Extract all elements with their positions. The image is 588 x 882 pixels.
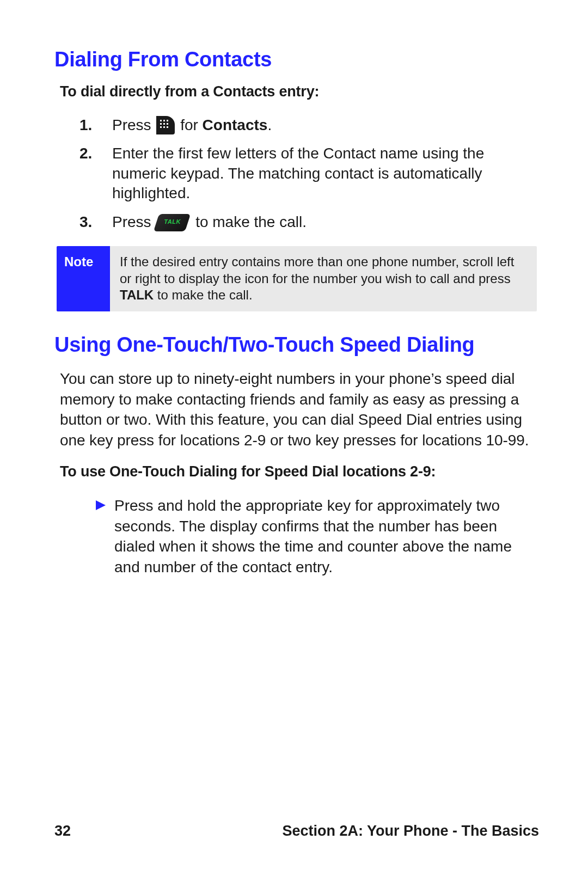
step-text: . xyxy=(267,117,272,133)
note-text: to make the call. xyxy=(154,287,252,302)
section-label: Section 2A: Your Phone - The Basics xyxy=(282,823,539,840)
note-body: If the desired entry contains more than … xyxy=(110,246,537,311)
speed-dial-intro: You can store up to ninety-eight numbers… xyxy=(60,369,539,450)
step-2: 2. Enter the first few letters of the Co… xyxy=(96,144,539,203)
subhead-dial-from-contacts: To dial directly from a Contacts entry: xyxy=(60,83,539,100)
step-text: to make the call. xyxy=(191,213,307,230)
step-number: 3. xyxy=(79,212,92,232)
step-3: 3. Press to make the call. xyxy=(96,212,539,232)
step-text: Enter the first few letters of the Conta… xyxy=(112,145,484,201)
subhead-one-touch: To use One-Touch Dialing for Speed Dial … xyxy=(60,463,539,480)
manual-page: Dialing From Contacts To dial directly f… xyxy=(0,0,588,882)
svg-marker-0 xyxy=(96,500,106,510)
step-text: Press xyxy=(112,213,155,230)
bullet-item: Press and hold the appropriate key for a… xyxy=(96,495,539,577)
step-number: 1. xyxy=(79,115,92,135)
note-bold: TALK xyxy=(120,287,154,302)
page-number: 32 xyxy=(54,823,71,840)
note-box: Note If the desired entry contains more … xyxy=(57,246,537,311)
step-number: 2. xyxy=(79,144,92,163)
heading-speed-dialing: Using One-Touch/Two-Touch Speed Dialing xyxy=(54,333,539,357)
triangle-bullet-icon xyxy=(96,495,106,577)
steps-list: 1. Press for Contacts. 2. Enter the firs… xyxy=(54,115,539,232)
note-text: If the desired entry contains more than … xyxy=(120,254,514,286)
bullet-text: Press and hold the appropriate key for a… xyxy=(114,495,539,577)
note-label: Note xyxy=(57,246,110,311)
step-text: Press xyxy=(112,117,155,133)
step-bold: Contacts xyxy=(203,117,268,133)
talk-key-icon xyxy=(154,214,191,231)
heading-dialing-from-contacts: Dialing From Contacts xyxy=(54,48,539,71)
step-1: 1. Press for Contacts. xyxy=(96,115,539,135)
step-text: for xyxy=(176,117,202,133)
contacts-key-icon xyxy=(156,116,175,134)
page-footer: 32 Section 2A: Your Phone - The Basics xyxy=(54,823,539,840)
